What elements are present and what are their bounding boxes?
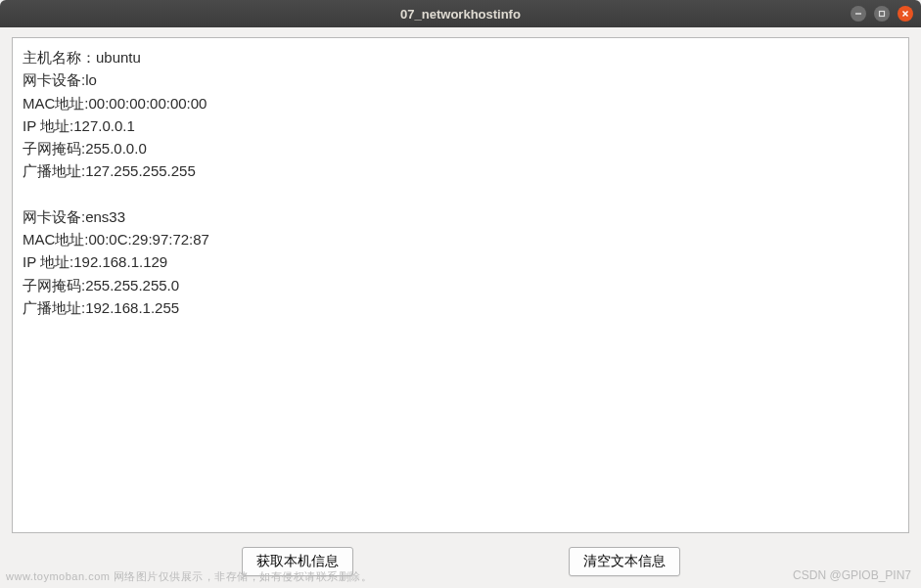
titlebar: 07_networkhostinfo xyxy=(0,0,921,27)
close-icon[interactable] xyxy=(898,6,913,22)
minimize-icon[interactable] xyxy=(851,6,866,22)
clear-info-button[interactable]: 清空文本信息 xyxy=(569,547,680,576)
maximize-icon[interactable] xyxy=(874,6,890,22)
window-body: 主机名称：ubuntu 网卡设备:lo MAC地址:00:00:00:00:00… xyxy=(0,27,921,588)
watermark-left: www.toymoban.com 网络图片仅供展示，非存储，如有侵权请联系删除。 xyxy=(6,569,372,584)
window-title: 07_networkhostinfo xyxy=(0,7,921,22)
watermark-right: CSDN @GPIOB_PIN7 xyxy=(793,568,911,582)
network-info-textarea[interactable]: 主机名称：ubuntu 网卡设备:lo MAC地址:00:00:00:00:00… xyxy=(12,37,909,533)
svg-rect-1 xyxy=(880,12,885,17)
window-controls xyxy=(851,6,913,22)
